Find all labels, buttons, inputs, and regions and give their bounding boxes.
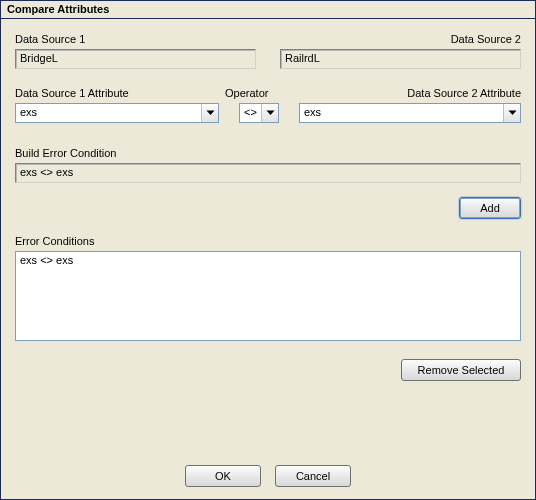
dialog-window: Compare Attributes Data Source 1 Data So…	[0, 0, 536, 500]
chevron-down-icon[interactable]	[261, 104, 278, 122]
add-button[interactable]: Add	[459, 197, 521, 219]
chevron-down-icon[interactable]	[503, 104, 520, 122]
operator-combo[interactable]: <>	[239, 103, 279, 123]
label-ds2-attribute: Data Source 2 Attribute	[289, 87, 521, 99]
data-source-2-field: RailrdL	[280, 49, 521, 69]
list-item[interactable]: exs <> exs	[20, 254, 516, 266]
operator-value: <>	[240, 104, 261, 122]
label-data-source-2: Data Source 2	[451, 33, 521, 45]
label-build-error-condition: Build Error Condition	[15, 147, 521, 159]
ds1-attribute-value: exs	[16, 104, 201, 122]
ok-button[interactable]: OK	[185, 465, 261, 487]
ds2-attribute-combo[interactable]: exs	[299, 103, 521, 123]
dialog-title: Compare Attributes	[1, 1, 535, 19]
label-data-source-1: Data Source 1	[15, 33, 85, 45]
remove-selected-button[interactable]: Remove Selected	[401, 359, 521, 381]
data-source-1-field: BridgeL	[15, 49, 256, 69]
build-error-condition-field: exs <> exs	[15, 163, 521, 183]
label-ds1-attribute: Data Source 1 Attribute	[15, 87, 225, 99]
dialog-content: Data Source 1 Data Source 2 BridgeL Rail…	[1, 19, 535, 499]
label-operator: Operator	[225, 87, 289, 99]
ds1-attribute-combo[interactable]: exs	[15, 103, 219, 123]
label-error-conditions: Error Conditions	[15, 235, 521, 247]
error-conditions-list[interactable]: exs <> exs	[15, 251, 521, 341]
ds2-attribute-value: exs	[300, 104, 503, 122]
chevron-down-icon[interactable]	[201, 104, 218, 122]
cancel-button[interactable]: Cancel	[275, 465, 351, 487]
